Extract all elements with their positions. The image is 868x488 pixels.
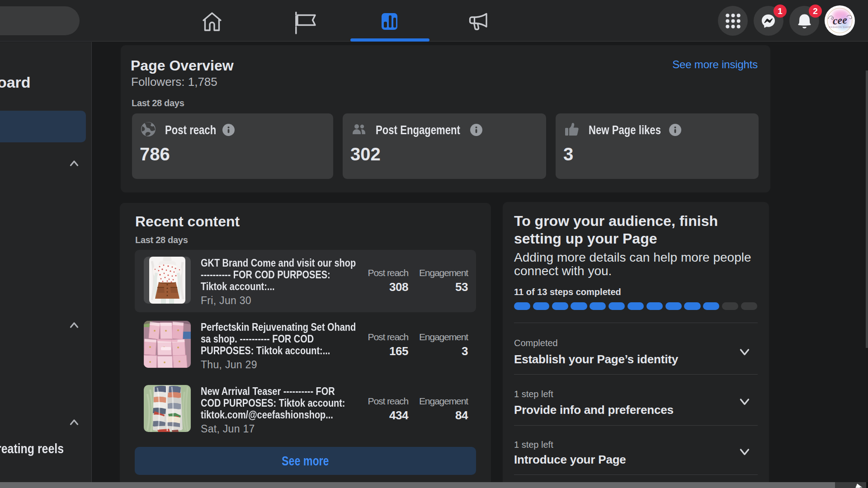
svg-text:FASHION SHOP: FASHION SHOP — [829, 26, 851, 28]
svg-text:cee: cee — [832, 14, 848, 27]
